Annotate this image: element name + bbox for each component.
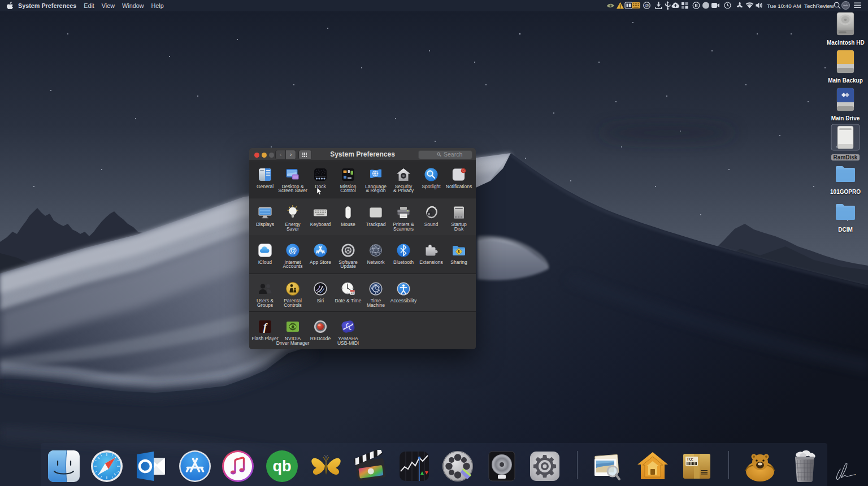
svg-text:@: @ [645,3,649,8]
svg-text:Tue 10:40 AM: Tue 10:40 AM [767,3,801,9]
svg-text:TO:: TO: [687,457,693,461]
svg-text:@: @ [289,246,297,255]
svg-text:qb: qb [273,458,292,475]
svg-text:TechReview: TechReview [804,3,835,9]
svg-text:19: 19 [351,292,354,294]
